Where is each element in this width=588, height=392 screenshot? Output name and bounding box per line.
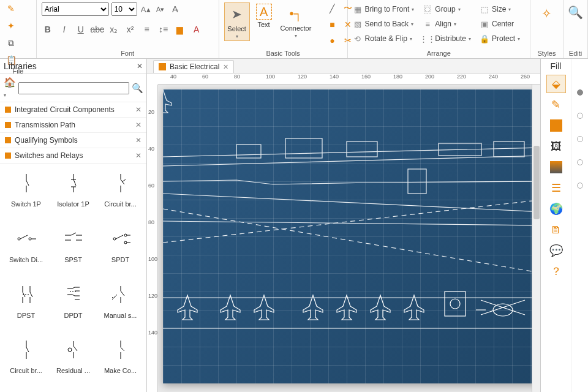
close-icon[interactable]: ✕ bbox=[135, 121, 141, 129]
library-item[interactable]: Circuit br... bbox=[4, 335, 48, 387]
line-spacing-button[interactable]: ↕≡ bbox=[157, 23, 170, 36]
library-item[interactable]: SPST bbox=[51, 224, 96, 276]
square-shape-icon[interactable]: ■ bbox=[326, 18, 338, 31]
wand-icon[interactable]: ✦ bbox=[5, 20, 17, 32]
ribbon-group-file: ✎ ✦ ⧉ 📋 File bbox=[0, 0, 37, 58]
size-button[interactable]: ⬚Size▾ bbox=[480, 2, 520, 16]
library-item[interactable]: Residual ... bbox=[51, 335, 96, 387]
globe-icon[interactable]: 🌍 bbox=[546, 200, 566, 218]
svg-line-30 bbox=[30, 292, 32, 297]
distribute-icon: ⋮⋮ bbox=[423, 34, 432, 43]
decrease-font-icon[interactable]: A▾ bbox=[154, 3, 167, 15]
svg-point-12 bbox=[18, 238, 20, 240]
svg-rect-57 bbox=[285, 138, 322, 158]
library-item[interactable]: Switch Di... bbox=[4, 224, 48, 276]
fill-bucket-icon[interactable]: ⬙ bbox=[546, 75, 566, 93]
font-family-select[interactable]: Arial bbox=[42, 2, 109, 16]
option-radio[interactable] bbox=[577, 159, 583, 165]
ruler-vertical: 20 40 60 80 100 120 140 bbox=[147, 85, 158, 392]
paintbrush-icon[interactable]: ✎ bbox=[5, 2, 17, 15]
group-button[interactable]: ⿴Group▾ bbox=[423, 2, 471, 16]
ribbon-group-font: Arial 10 A▴ A▾ A̶ B I U abc x₂ x² ≡ ↕≡ ▆… bbox=[37, 0, 219, 58]
group-icon: ⿴ bbox=[423, 4, 432, 14]
line-shape-icon[interactable]: ╱ bbox=[326, 2, 338, 15]
gradient-fill-icon[interactable] bbox=[546, 158, 566, 176]
font-size-select[interactable]: 10 bbox=[111, 2, 137, 16]
chevron-down-icon: ▾ bbox=[295, 33, 297, 39]
document-tab[interactable]: Basic Electrical ✕ bbox=[153, 60, 234, 73]
page-icon[interactable]: 🗎 bbox=[546, 221, 566, 239]
canvas-viewport[interactable] bbox=[158, 85, 532, 392]
svg-line-20 bbox=[71, 233, 76, 235]
svg-rect-58 bbox=[347, 141, 377, 157]
library-category[interactable]: Transmission Path✕ bbox=[0, 118, 146, 133]
option-radio[interactable] bbox=[577, 89, 583, 96]
superscript-button[interactable]: x² bbox=[124, 23, 137, 36]
library-item[interactable]: Manual s... bbox=[98, 280, 143, 332]
clear-format-icon[interactable]: A̶ bbox=[169, 3, 181, 15]
ribbon-label-arrange: Arrange bbox=[353, 48, 525, 57]
ruler-horizontal: 40 60 80 100 120 140 160 180 200 220 240… bbox=[158, 74, 540, 85]
image-fill-icon[interactable]: 🖼 bbox=[546, 137, 566, 156]
library-item[interactable]: SPDT bbox=[98, 224, 143, 276]
library-category[interactable]: Qualifying Symbols✕ bbox=[0, 133, 146, 148]
option-radio[interactable] bbox=[577, 136, 583, 142]
library-grid: Switch 1P Isolator 1P Circuit br... Swit… bbox=[0, 164, 146, 392]
styles-button[interactable]: ✧ bbox=[535, 2, 559, 24]
svg-line-54 bbox=[121, 347, 124, 351]
help-icon[interactable]: ？ bbox=[546, 262, 566, 281]
subscript-button[interactable]: x₂ bbox=[108, 23, 120, 36]
circle-shape-icon[interactable]: ● bbox=[326, 34, 338, 47]
option-radio[interactable] bbox=[577, 183, 583, 189]
underline-button[interactable]: U bbox=[75, 23, 87, 36]
ribbon-group-editing: 🔍 Editi bbox=[564, 0, 588, 58]
close-icon[interactable]: ✕ bbox=[135, 136, 141, 145]
strikethrough-button[interactable]: abc bbox=[91, 23, 104, 36]
center-button[interactable]: ▣Center bbox=[480, 17, 520, 31]
search-icon[interactable]: 🔍 bbox=[132, 83, 143, 94]
close-icon[interactable]: ✕ bbox=[223, 63, 228, 71]
protect-button[interactable]: 🔒Protect▾ bbox=[480, 32, 520, 45]
library-item[interactable]: DPST bbox=[4, 280, 48, 332]
font-color-button[interactable]: A bbox=[190, 23, 203, 36]
highlight-button[interactable]: ▆ bbox=[174, 23, 186, 36]
distribute-button[interactable]: ⋮⋮Distribute▾ bbox=[423, 32, 471, 45]
bullets-button[interactable]: ≡ bbox=[141, 23, 153, 36]
list-icon[interactable]: ☰ bbox=[546, 179, 566, 197]
svg-point-21 bbox=[113, 238, 116, 240]
rotate-flip-button[interactable]: ⟲Rotate & Flip▾ bbox=[353, 32, 415, 45]
pencil-icon[interactable]: ✎ bbox=[546, 96, 566, 114]
bring-to-front-button[interactable]: ▦Bring to Front▾ bbox=[353, 2, 415, 16]
solid-fill-icon[interactable] bbox=[546, 116, 566, 135]
close-icon[interactable]: ✕ bbox=[135, 105, 141, 114]
copy-icon[interactable]: ⧉ bbox=[5, 37, 17, 49]
styles-icon: ✧ bbox=[537, 4, 557, 23]
comment-icon[interactable]: 💬 bbox=[546, 241, 566, 260]
close-icon[interactable]: ✕ bbox=[135, 151, 141, 160]
option-radio[interactable] bbox=[577, 113, 583, 119]
library-item[interactable]: Circuit br... bbox=[98, 168, 143, 221]
bold-button[interactable]: B bbox=[42, 23, 54, 36]
home-icon[interactable]: 🏠▾ bbox=[4, 77, 16, 99]
library-category[interactable]: Integrated Circuit Components✕ bbox=[0, 102, 146, 118]
connector-tool[interactable]: •┐ Connector ▾ bbox=[278, 2, 314, 40]
increase-font-icon[interactable]: A▴ bbox=[140, 3, 152, 15]
text-tool[interactable]: A Text bbox=[254, 2, 274, 29]
italic-button[interactable]: I bbox=[58, 23, 70, 36]
select-tool[interactable]: ➤ Select ▾ bbox=[224, 2, 250, 41]
library-search-input[interactable] bbox=[18, 82, 129, 94]
library-item[interactable]: Isolator 1P bbox=[51, 168, 96, 221]
svg-point-52 bbox=[68, 348, 72, 352]
library-category[interactable]: Switches and Relays✕ bbox=[0, 148, 146, 164]
scrollbar-thumb[interactable] bbox=[533, 146, 540, 219]
library-item[interactable]: DPDT bbox=[51, 280, 96, 332]
close-icon[interactable]: ✕ bbox=[137, 62, 143, 70]
connector-icon: •┐ bbox=[286, 4, 306, 23]
vertical-scrollbar[interactable] bbox=[532, 85, 540, 392]
blueprint-canvas[interactable] bbox=[163, 89, 532, 383]
library-item[interactable]: Make Co... bbox=[98, 335, 143, 387]
send-to-back-button[interactable]: ▧Send to Back▾ bbox=[353, 17, 415, 31]
align-button[interactable]: ≡Align▾ bbox=[423, 17, 471, 31]
library-item[interactable]: Switch 1P bbox=[4, 168, 48, 221]
find-icon[interactable]: 🔍 bbox=[568, 2, 583, 22]
